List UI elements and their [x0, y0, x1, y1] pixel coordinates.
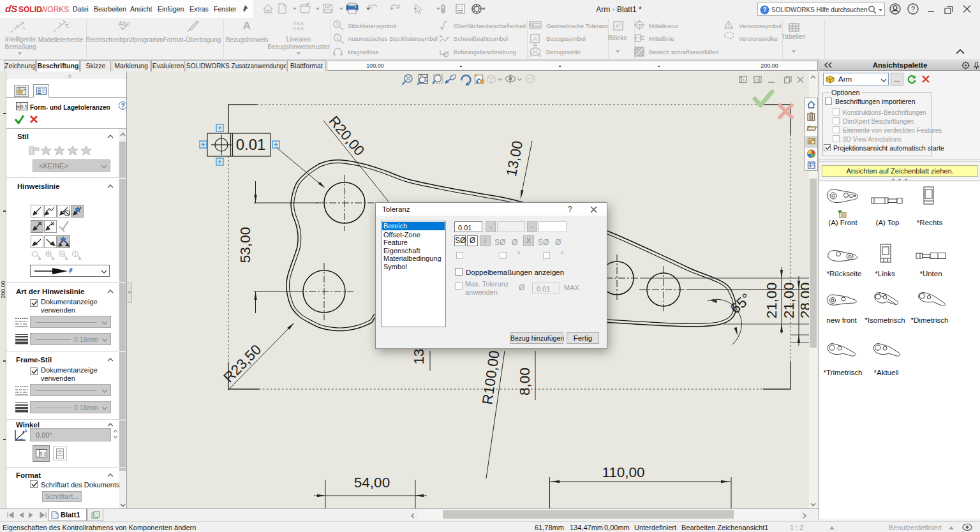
svg-text:0.1: 0.1 [20, 104, 28, 110]
svg-text:A°: A° [616, 23, 621, 29]
svg-text:ɗS: ɗS [5, 3, 17, 14]
svg-text:0.1: 0.1 [40, 451, 47, 457]
svg-text:13: 13 [411, 348, 427, 364]
svg-text:A: A [243, 20, 251, 32]
svg-text:54,00: 54,00 [354, 475, 390, 491]
svg-text:53,00: 53,00 [237, 227, 253, 263]
svg-text:Abc: Abc [119, 20, 131, 27]
svg-text:21,00: 21,00 [781, 283, 797, 318]
svg-text:⊕: ⊕ [17, 105, 20, 109]
svg-text:110,00: 110,00 [602, 464, 644, 480]
svg-text:0.01: 0.01 [236, 136, 266, 153]
svg-text:13,00: 13,00 [503, 140, 526, 178]
svg-text:65°: 65° [727, 290, 754, 316]
svg-text:?: ? [762, 6, 766, 13]
svg-text:A1: A1 [533, 50, 538, 54]
svg-text:R23,50: R23,50 [221, 341, 265, 385]
svg-text:AAA: AAA [293, 26, 304, 31]
svg-text:21,00: 21,00 [764, 283, 780, 318]
svg-text:WORKS: WORKS [40, 5, 69, 14]
svg-text:R20,00: R20,00 [325, 113, 368, 159]
svg-text:R100,00: R100,00 [479, 350, 503, 406]
svg-text:?: ? [911, 5, 915, 13]
svg-text:SOLID: SOLID [19, 5, 42, 14]
svg-text:A: A [24, 429, 27, 433]
svg-text:A: A [533, 36, 537, 42]
svg-text:8,00: 8,00 [517, 367, 533, 395]
svg-text:1: 1 [336, 22, 338, 27]
